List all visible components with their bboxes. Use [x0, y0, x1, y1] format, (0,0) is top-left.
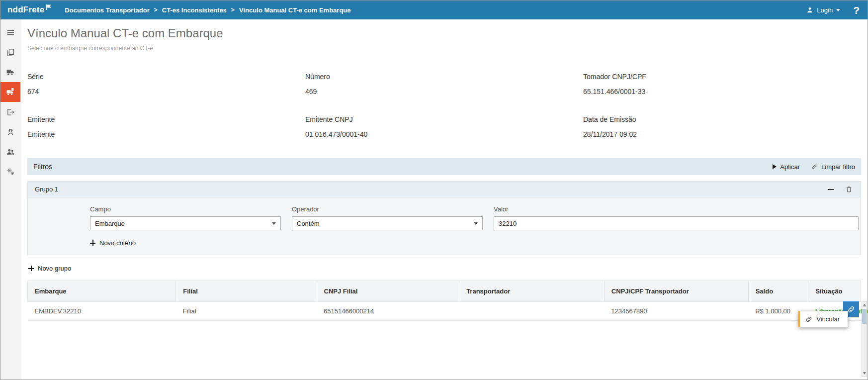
cell-cnpj-transportador: 1234567890: [604, 302, 748, 321]
detail-field-tomador: Tomador CNPJ/CPF 65.151.466/0001-33: [583, 73, 861, 95]
detail-label: Número: [305, 73, 583, 81]
sidebar-item-users[interactable]: [0, 142, 20, 162]
plus-icon: [90, 240, 95, 246]
help-button[interactable]: ?: [853, 5, 860, 15]
arrow-down-icon: [863, 372, 866, 375]
flag-icon: [45, 4, 52, 10]
detail-field-emitente-cnpj: Emitente CNPJ 01.016.473/0001-40: [305, 115, 583, 138]
page-title: Vínculo Manual CT-e com Embarque: [27, 26, 861, 40]
detail-field-emitente: Emitente Emitente: [27, 115, 305, 138]
apply-icon: [773, 164, 777, 169]
criteria-row: Campo Embarque Operador Contém: [90, 205, 859, 230]
link-icon: [805, 316, 812, 323]
scrollbar-thumb[interactable]: [862, 309, 867, 324]
breadcrumb-item-ctes-inconsistentes[interactable]: CT-es Inconsistentes: [162, 6, 227, 14]
vincular-popup[interactable]: Vincular: [798, 311, 848, 327]
page-subtitle: Selecione o embarque correspondente ao C…: [27, 45, 861, 52]
filters-section: Filtros Aplicar Limpar filtro: [27, 158, 861, 272]
filters-title: Filtros: [33, 163, 52, 171]
cte-details: Série 674 Número 469 Tomador CNPJ/CPF 65…: [27, 73, 861, 138]
detail-label: Emitente CNPJ: [305, 115, 583, 123]
detail-label: Tomador CNPJ/CPF: [583, 73, 861, 81]
embarques-table-wrap: Embarque Filial CNPJ Filial Transportado…: [27, 281, 861, 321]
detail-value: 28/11/2017 09:02: [583, 130, 861, 138]
table-scrollbar[interactable]: [862, 301, 867, 377]
scroll-up-button[interactable]: [862, 302, 867, 308]
delete-group-button[interactable]: [844, 185, 854, 194]
sidebar-item-truck[interactable]: [0, 62, 20, 82]
sidebar-item-support[interactable]: [0, 122, 20, 142]
column-header-transportador: Transportador: [459, 281, 605, 302]
column-header-cnpj-transportador: CNPJ/CPF Transportador: [604, 281, 748, 302]
cell-transportador: [459, 302, 605, 321]
detail-field-data-emissao: Data de Emissão 28/11/2017 09:02: [583, 115, 861, 138]
campo-select[interactable]: Embarque: [90, 216, 281, 230]
sidebar-menu-toggle[interactable]: [0, 22, 20, 42]
operador-select[interactable]: Contém: [292, 216, 483, 230]
truck-icon: [6, 68, 15, 77]
logo-text: nddFrete: [7, 5, 44, 15]
table-header-row: Embarque Filial CNPJ Filial Transportado…: [28, 281, 861, 302]
login-menu[interactable]: Login: [806, 6, 840, 14]
operador-field: Operador Contém: [292, 205, 483, 230]
table-row[interactable]: EMBDEV.32210 Filial 65151466000214 12345…: [28, 302, 861, 321]
add-group-button[interactable]: Novo grupo: [28, 265, 71, 272]
clear-filter-button[interactable]: Limpar filtro: [811, 163, 855, 171]
detail-label: Emitente: [27, 115, 305, 123]
group-actions: [827, 185, 854, 194]
users-icon: [6, 147, 15, 156]
detail-value: 01.016.473/0001-40: [305, 130, 583, 138]
main-content: Vínculo Manual CT-e com Embarque Selecio…: [20, 19, 868, 380]
sidebar-item-transport-documents[interactable]: [0, 82, 20, 102]
filter-group-panel: Grupo 1: [27, 181, 861, 255]
clear-filter-label: Limpar filtro: [821, 163, 855, 171]
minus-icon: [828, 189, 834, 190]
add-criterion-button[interactable]: Novo critério: [90, 239, 136, 247]
scroll-down-button[interactable]: [862, 370, 867, 377]
documents-icon: [6, 48, 15, 57]
apply-label: Aplicar: [780, 163, 800, 171]
plus-icon: [28, 266, 34, 271]
top-bar: nddFrete Documentos Transportador > CT-e…: [0, 0, 868, 19]
dropdown-arrow-icon: [272, 222, 276, 225]
operador-label: Operador: [292, 205, 483, 213]
operador-selected-value: Contém: [297, 220, 320, 227]
sidebar-item-export[interactable]: [0, 102, 20, 122]
cell-embarque: EMBDEV.32210: [28, 302, 176, 321]
sidebar-item-settings[interactable]: [0, 162, 20, 182]
clear-filter-icon: [811, 163, 818, 170]
group-title: Grupo 1: [35, 186, 58, 193]
column-header-embarque: Embarque: [28, 281, 176, 302]
app-body: Vínculo Manual CT-e com Embarque Selecio…: [0, 19, 868, 380]
filters-actions: Aplicar Limpar filtro: [773, 163, 855, 171]
sidebar: [0, 19, 20, 380]
nddfrete-logo: nddFrete: [7, 5, 52, 15]
export-icon: [6, 108, 15, 116]
breadcrumb-separator: >: [154, 6, 158, 13]
breadcrumb: Documentos Transportador > CT-es Inconsi…: [65, 6, 806, 14]
breadcrumb-item-documentos-transportador[interactable]: Documentos Transportador: [65, 6, 149, 14]
filter-group-body: Campo Embarque Operador Contém: [28, 197, 861, 255]
user-icon: [806, 6, 813, 13]
detail-label: Série: [27, 73, 305, 81]
apply-filter-button[interactable]: Aplicar: [773, 163, 800, 171]
collapse-group-button[interactable]: [827, 188, 835, 191]
campo-selected-value: Embarque: [95, 220, 125, 227]
truck-document-icon: [6, 88, 15, 96]
valor-label: Valor: [494, 205, 859, 213]
menu-icon: [6, 28, 15, 37]
valor-field: Valor: [494, 205, 859, 230]
detail-field-serie: Série 674: [27, 73, 305, 95]
campo-label: Campo: [90, 205, 281, 213]
valor-input[interactable]: [494, 216, 859, 230]
sidebar-item-documents[interactable]: [0, 42, 20, 62]
filters-header: Filtros Aplicar Limpar filtro: [27, 158, 861, 175]
login-label: Login: [817, 6, 833, 14]
breadcrumb-item-vinculo-manual[interactable]: Vínculo Manual CT-e com Embarque: [239, 6, 351, 14]
cell-cnpj-filial: 65151466000214: [317, 302, 459, 321]
detail-field-numero: Número 469: [305, 73, 583, 95]
detail-value: Emitente: [27, 130, 305, 138]
vincular-label: Vincular: [816, 315, 840, 323]
app-window: nddFrete Documentos Transportador > CT-e…: [0, 0, 868, 380]
cell-filial: Filial: [176, 302, 317, 321]
